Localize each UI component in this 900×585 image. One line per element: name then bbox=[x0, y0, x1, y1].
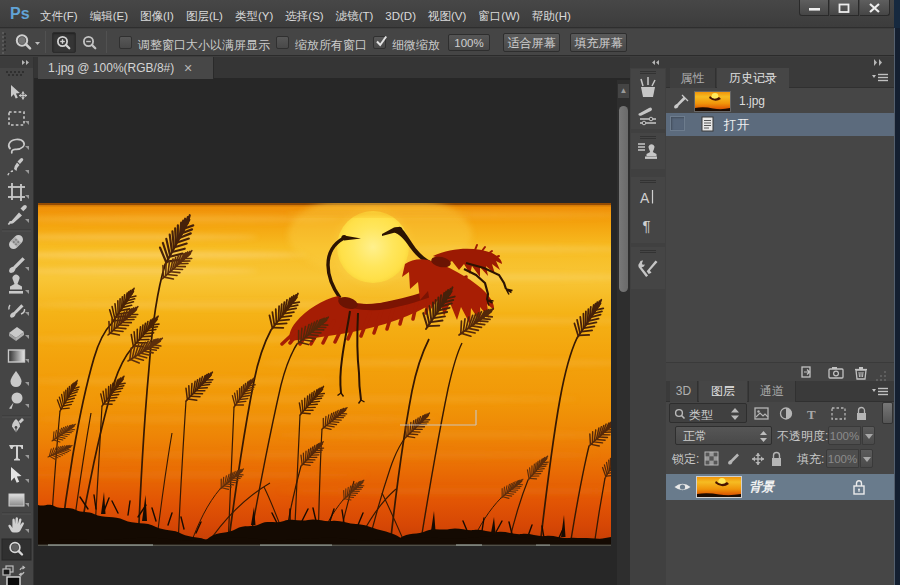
svg-text:A: A bbox=[640, 190, 650, 206]
svg-text:¶: ¶ bbox=[643, 217, 651, 234]
svg-text:T: T bbox=[807, 407, 816, 422]
